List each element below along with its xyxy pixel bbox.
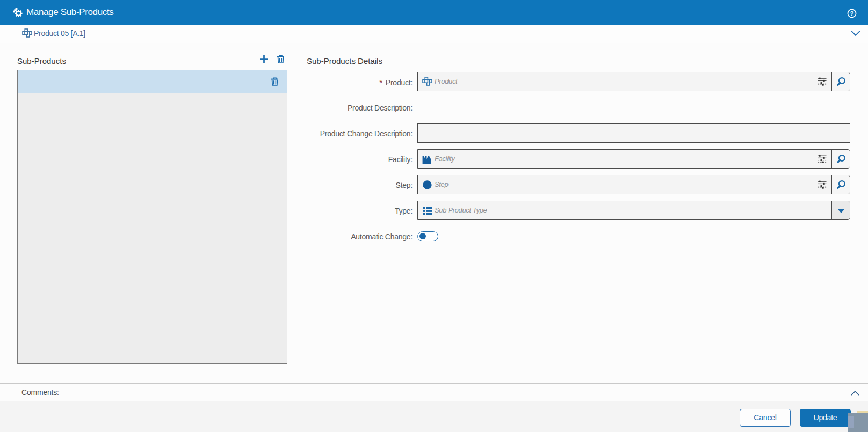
svg-text:?: ? xyxy=(850,10,853,17)
